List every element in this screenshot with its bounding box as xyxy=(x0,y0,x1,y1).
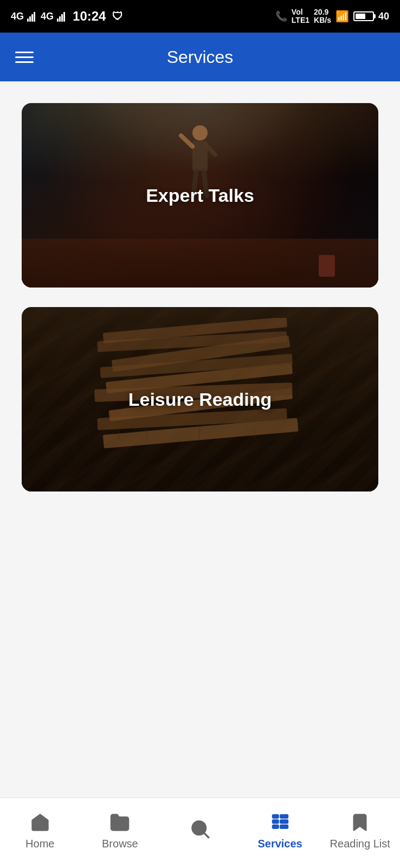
home-icon xyxy=(28,810,52,834)
svg-rect-24 xyxy=(280,815,288,818)
network2-label: 4G xyxy=(41,11,54,22)
vol-lte-label: VolLTE1 xyxy=(292,8,309,25)
svg-line-20 xyxy=(204,833,209,838)
nav-item-reading-list[interactable]: Reading List xyxy=(320,810,400,850)
browse-nav-label: Browse xyxy=(102,838,138,850)
main-content: Expert Talks xyxy=(0,81,400,513)
content-spacer xyxy=(0,513,400,797)
battery-icon xyxy=(353,11,374,21)
svg-line-2 xyxy=(181,136,192,146)
leisure-reading-label: Leisure Reading xyxy=(128,389,272,410)
svg-line-3 xyxy=(208,146,215,155)
battery-label: 40 xyxy=(378,11,389,22)
clock: 10:24 xyxy=(73,9,106,24)
svg-rect-25 xyxy=(280,820,288,823)
status-left: 4G 4G 10:24 🛡 xyxy=(11,9,123,24)
search-icon xyxy=(188,817,212,841)
network1-label: 4G xyxy=(11,11,24,22)
services-icon xyxy=(268,810,292,834)
nav-item-search[interactable] xyxy=(160,817,240,844)
nav-item-home[interactable]: Home xyxy=(0,810,80,850)
home-nav-label: Home xyxy=(25,838,54,850)
bottom-nav: Home Browse xyxy=(0,797,400,868)
status-right: 📞 VolLTE1 20.9KB/s 📶 40 xyxy=(275,8,389,25)
menu-button[interactable] xyxy=(15,52,34,63)
content-area: Expert Talks xyxy=(0,81,400,797)
svg-rect-1 xyxy=(192,141,208,171)
reading-list-nav-label: Reading List xyxy=(330,838,390,850)
leisure-reading-card[interactable]: Leisure Reading xyxy=(22,307,378,492)
status-bar: 4G 4G 10:24 🛡 📞 VolLTE1 20.9KB/s 📶 40 xyxy=(0,0,400,33)
expert-talks-label: Expert Talks xyxy=(146,185,254,206)
svg-rect-23 xyxy=(272,825,278,828)
nav-item-browse[interactable]: Browse xyxy=(80,810,160,850)
svg-rect-26 xyxy=(280,825,288,828)
page-title: Services xyxy=(167,47,234,67)
nav-item-services[interactable]: Services xyxy=(240,810,320,850)
signal2-icon xyxy=(57,11,65,22)
svg-point-19 xyxy=(192,821,206,835)
expert-talks-card[interactable]: Expert Talks xyxy=(22,103,378,288)
services-nav-label: Services xyxy=(257,838,302,850)
speed-label: 20.9KB/s xyxy=(314,8,331,25)
phone-icon: 📞 xyxy=(275,10,287,22)
wifi-icon: 📶 xyxy=(336,10,349,23)
shield-icon: 🛡 xyxy=(112,10,123,23)
header: Services xyxy=(0,33,400,81)
svg-point-0 xyxy=(192,125,208,141)
svg-rect-21 xyxy=(272,815,278,818)
svg-rect-22 xyxy=(272,820,278,823)
reading-list-icon xyxy=(348,810,372,834)
signal1-icon xyxy=(27,11,35,22)
browse-icon xyxy=(108,810,132,834)
